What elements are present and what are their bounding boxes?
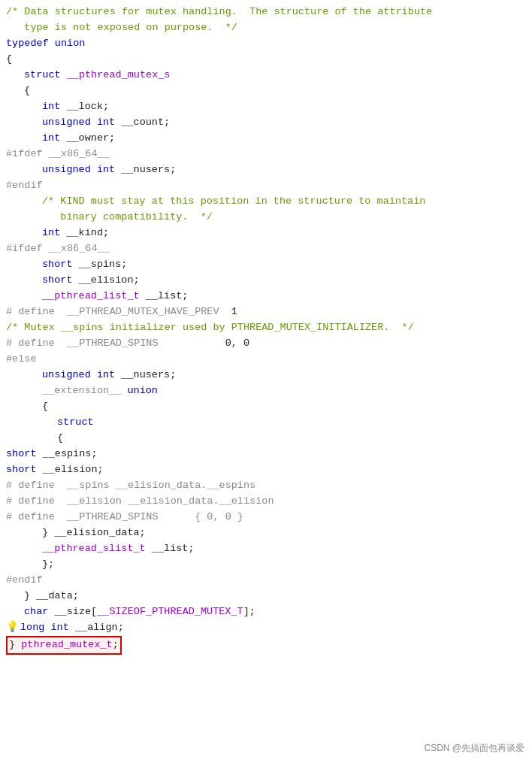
line: # define __spins __elision_data.__espins [0,478,532,494]
line: # define __PTHREAD_SPINS 0, 0 [0,336,532,352]
line: short __espins; [0,447,532,462]
line: type is not exposed on purpose. */ [0,20,532,36]
line: /* Data structures for mutex handling. T… [0,5,532,20]
line: { [0,52,532,68]
line: }; [0,557,532,573]
line: { [0,83,532,99]
line: struct __pthread_mutex_s [0,68,532,83]
line: { [0,399,532,415]
line: typedef union [0,36,532,52]
line: #endif [0,178,532,194]
line: int __lock; [0,99,532,115]
line: int __kind; [0,226,532,241]
line: short __elision; [0,273,532,289]
line: __extension__ union [0,383,532,399]
line: unsigned int __nusers; [0,368,532,383]
line: unsigned int __count; [0,115,532,131]
line: /* KIND must stay at this position in th… [0,194,532,210]
line: #else [0,352,532,368]
line: char __size[__SIZEOF_PTHREAD_MUTEX_T]; [0,604,532,620]
code-container: /* Data structures for mutex handling. T… [0,0,532,760]
line: 💡long int __align; [0,620,532,636]
line: } __data; [0,589,532,604]
footer-watermark: CSDN @先搞面包再谈爱 [424,741,524,755]
line: #ifdef __x86_64__ [0,241,532,257]
line: #ifdef __x86_64__ [0,147,532,162]
line: unsigned int __nusers; [0,162,532,178]
line: } __elision_data; [0,525,532,541]
line: __pthread_list_t __list; [0,289,532,304]
line: # define __PTHREAD_SPINS { 0, 0 } [0,510,532,525]
line: # define __elision __elision_data.__elis… [0,494,532,510]
line: #endif [0,573,532,589]
line: short __elision; [0,462,532,478]
line: } pthread_mutex_t; [0,636,532,655]
line: { [0,431,532,447]
line: # define __PTHREAD_MUTEX_HAVE_PREV 1 [0,304,532,320]
line: binary compatibility. */ [0,210,532,226]
line: /* Mutex __spins initializer used by PTH… [0,320,532,336]
line: short __spins; [0,257,532,273]
line: struct [0,415,532,431]
line: __pthread_slist_t __list; [0,541,532,557]
line: int __owner; [0,131,532,147]
